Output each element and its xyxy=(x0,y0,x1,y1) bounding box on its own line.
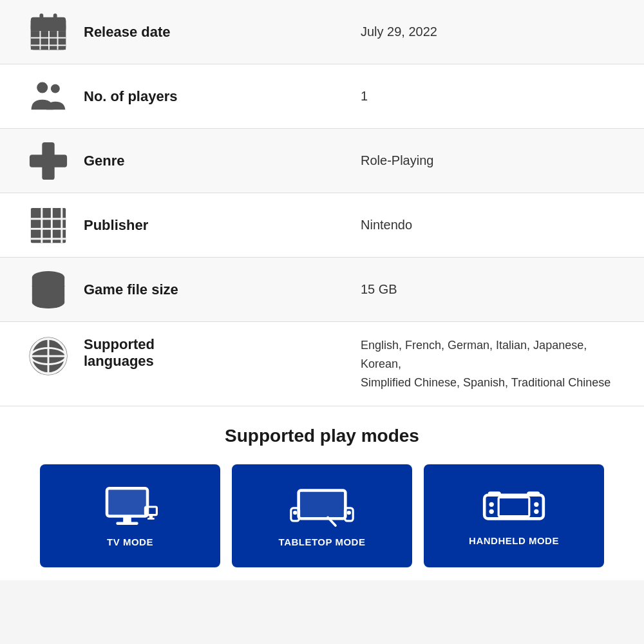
play-modes-grid: TV MODE TABLETOP MODE xyxy=(13,464,631,567)
svg-rect-9 xyxy=(39,30,41,50)
supported-languages-label: Supported languages xyxy=(77,336,348,370)
svg-rect-24 xyxy=(41,207,43,242)
svg-rect-21 xyxy=(31,218,66,220)
svg-rect-11 xyxy=(57,30,59,50)
database-icon xyxy=(28,270,68,310)
handheld-mode-card: HANDHELD MODE xyxy=(424,464,604,567)
tabletop-mode-card: TABLETOP MODE xyxy=(232,464,412,567)
file-size-value: 15 GB xyxy=(348,282,625,297)
players-icon xyxy=(28,77,68,117)
num-players-label: No. of players xyxy=(77,88,348,105)
publisher-row: Publisher Nintendo xyxy=(0,193,644,258)
publisher-value: Nintendo xyxy=(348,218,625,232)
genre-row: Genre Role-Playing xyxy=(0,129,644,193)
tabletop-mode-label: TABLETOP MODE xyxy=(279,536,366,547)
svg-rect-51 xyxy=(299,490,346,518)
players-icon-cell xyxy=(19,77,77,117)
handheld-mode-icon xyxy=(478,486,549,527)
release-date-label: Release date xyxy=(77,24,348,41)
calendar-icon xyxy=(28,12,68,52)
info-table: Release date July 29, 2022 No. of player… xyxy=(0,0,644,406)
svg-rect-46 xyxy=(116,522,138,525)
publisher-icon xyxy=(28,205,68,245)
svg-rect-22 xyxy=(31,227,66,229)
supported-languages-value: English, French, German, Italian, Japane… xyxy=(348,336,625,392)
svg-point-54 xyxy=(293,511,297,515)
svg-point-16 xyxy=(37,82,48,93)
svg-rect-26 xyxy=(61,207,62,242)
globe-icon-cell xyxy=(19,336,77,376)
publisher-label: Publisher xyxy=(77,217,348,234)
genre-label: Genre xyxy=(77,153,348,169)
publisher-icon-cell xyxy=(19,205,77,245)
genre-icon xyxy=(28,141,68,181)
svg-rect-49 xyxy=(147,518,155,520)
svg-rect-15 xyxy=(53,13,57,23)
play-modes-title: Supported play modes xyxy=(13,426,631,446)
svg-point-17 xyxy=(51,84,60,93)
genre-value: Role-Playing xyxy=(348,153,625,168)
svg-rect-48 xyxy=(149,515,153,518)
release-date-value: July 29, 2022 xyxy=(348,24,625,39)
svg-rect-57 xyxy=(484,495,544,519)
svg-point-61 xyxy=(534,502,538,507)
svg-rect-63 xyxy=(488,491,501,496)
filesize-icon-cell xyxy=(19,270,77,310)
file-size-label: Game file size xyxy=(77,281,348,298)
svg-rect-14 xyxy=(39,13,43,23)
languages-row: Supported languages English, French, Ger… xyxy=(0,322,644,406)
tabletop-mode-icon xyxy=(290,485,354,529)
handheld-mode-label: HANDHELD MODE xyxy=(469,535,559,546)
num-players-value: 1 xyxy=(348,89,625,104)
svg-point-62 xyxy=(534,509,538,514)
svg-point-60 xyxy=(489,509,494,514)
tv-mode-card: TV MODE xyxy=(40,464,220,567)
tv-mode-icon xyxy=(101,485,159,529)
globe-icon xyxy=(28,336,68,376)
svg-rect-19 xyxy=(30,155,67,167)
calendar-icon-cell xyxy=(19,12,77,52)
svg-rect-23 xyxy=(31,238,66,240)
svg-rect-10 xyxy=(48,30,50,50)
svg-rect-25 xyxy=(51,207,53,242)
tv-mode-label: TV MODE xyxy=(107,536,153,547)
release-date-row: Release date July 29, 2022 xyxy=(0,0,644,64)
svg-point-33 xyxy=(32,296,64,308)
genre-icon-cell xyxy=(19,141,77,181)
play-modes-section: Supported play modes TV MODE xyxy=(0,406,644,580)
svg-rect-20 xyxy=(31,207,66,242)
num-players-row: No. of players 1 xyxy=(0,64,644,129)
file-size-row: Game file size 15 GB xyxy=(0,258,644,322)
svg-rect-44 xyxy=(107,488,147,516)
svg-point-56 xyxy=(347,511,351,515)
svg-rect-13 xyxy=(31,24,66,31)
svg-rect-64 xyxy=(527,491,540,496)
svg-point-59 xyxy=(489,502,494,507)
svg-rect-58 xyxy=(498,497,529,516)
